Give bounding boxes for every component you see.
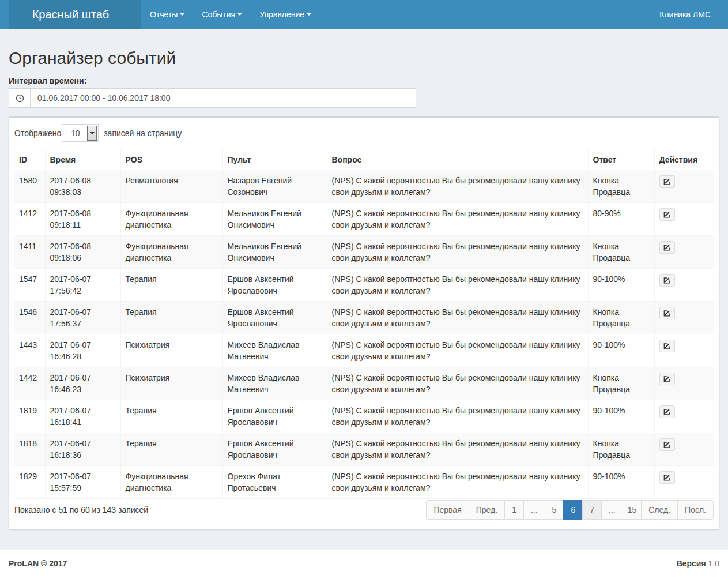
cell-question: (NPS) С какой вероятностью Вы бы рекомен… <box>327 466 588 499</box>
edit-button[interactable] <box>659 471 675 484</box>
table-row: 1412 2017-06-08 09:18:11 Функциональная … <box>14 203 714 236</box>
cell-time: 2017-06-07 16:46:28 <box>45 334 120 367</box>
cell-time: 2017-06-08 09:18:06 <box>45 236 120 269</box>
footer: ProLAN © 2017 Версия 1.0 <box>0 550 728 579</box>
edit-icon <box>663 375 671 383</box>
cell-answer: 90-100% <box>588 269 654 302</box>
pagination-prev[interactable]: Пред. <box>469 500 505 520</box>
cell-device: Михеев Владислав Матвеевич <box>222 367 327 400</box>
cell-id: 1547 <box>14 269 45 302</box>
cell-answer: Кнопка Продавца <box>588 433 654 466</box>
pagination-page-7[interactable]: 7 <box>582 500 602 520</box>
edit-button[interactable] <box>659 438 675 451</box>
cell-device: Ершов Авксентий Ярославович <box>222 302 327 334</box>
pagesize-suffix: записей на страницу <box>104 129 182 138</box>
cell-actions <box>654 269 714 302</box>
cell-id: 1819 <box>14 400 45 433</box>
column-header[interactable]: POS <box>120 149 222 170</box>
cell-time: 2017-06-07 16:18:36 <box>45 433 120 466</box>
cell-answer: 80-90% <box>588 203 654 236</box>
cell-question: (NPS) С какой вероятностью Вы бы рекомен… <box>327 367 588 400</box>
nav-item-management[interactable]: Управление <box>251 0 320 29</box>
cell-pos: Функциональная диагностика <box>120 236 222 269</box>
pagination-page-1[interactable]: 1 <box>504 500 524 520</box>
table-row: 1829 2017-06-07 15:57:59 Функциональная … <box>14 466 714 499</box>
navbar: Красный штаб ОтчетыСобытияУправление Кли… <box>0 0 728 29</box>
cell-id: 1412 <box>14 203 45 236</box>
cell-device: Ершов Авксентий Ярославович <box>222 400 327 433</box>
pagination-last[interactable]: Посл. <box>677 500 714 520</box>
cell-id: 1442 <box>14 367 45 400</box>
pagination-page-6[interactable]: 6 <box>563 500 583 520</box>
cell-id: 1443 <box>14 334 45 367</box>
cell-pos: Ревматология <box>120 170 222 203</box>
pagination-page-15[interactable]: 15 <box>623 500 642 520</box>
cell-pos: Психиатрия <box>120 334 222 367</box>
nav-item-events[interactable]: События <box>193 0 251 29</box>
edit-icon <box>663 178 671 186</box>
column-header[interactable]: ID <box>14 149 45 170</box>
daterange-input-group: 01.06.2017 00:00 - 10.06.2017 18:00 <box>9 88 416 108</box>
pagination-ellipsis-1[interactable]: ... <box>523 500 545 520</box>
cell-question: (NPS) С какой вероятностью Вы бы рекомен… <box>327 433 588 466</box>
cell-actions <box>654 400 714 433</box>
edit-button[interactable] <box>659 241 675 254</box>
brand[interactable]: Красный штаб <box>9 0 141 29</box>
cell-device: Ершов Авксентий Ярославович <box>222 433 327 466</box>
grid-panel: Отображено 10 записей на страницу IDВрем… <box>9 116 719 529</box>
column-header[interactable]: Вопрос <box>327 149 588 170</box>
daterange-input[interactable]: 01.06.2017 00:00 - 10.06.2017 18:00 <box>31 88 416 108</box>
pagination-ellipsis-2[interactable]: ... <box>601 500 623 520</box>
interval-label: Интервал времени: <box>9 76 719 85</box>
cell-question: (NPS) С какой вероятностью Вы бы рекомен… <box>327 302 588 334</box>
cell-actions <box>654 203 714 236</box>
nav-item-reports[interactable]: Отчеты <box>141 0 193 29</box>
edit-button[interactable] <box>659 340 675 352</box>
cell-actions <box>654 302 714 334</box>
footer-brand: ProLAN © 2017 <box>9 559 67 570</box>
cell-answer: 90-100% <box>588 400 654 433</box>
edit-button[interactable] <box>659 208 675 221</box>
column-header[interactable]: Ответ <box>588 149 654 170</box>
table-row: 1546 2017-06-07 17:56:37 Терапия Ершов А… <box>14 302 714 334</box>
edit-icon <box>663 342 671 350</box>
cell-device: Мельников Евгений Онисимович <box>222 236 327 269</box>
table-row: 1411 2017-06-08 09:18:06 Функциональная … <box>14 236 714 269</box>
cell-actions <box>654 170 714 203</box>
pagination-page-5[interactable]: 5 <box>545 500 564 520</box>
edit-button[interactable] <box>659 373 675 385</box>
column-header[interactable]: Действия <box>654 149 714 170</box>
column-header[interactable]: Пульт <box>222 149 327 170</box>
table-row: 1819 2017-06-07 16:18:41 Терапия Ершов А… <box>14 400 714 433</box>
cell-actions <box>654 466 714 499</box>
chevron-down-icon <box>180 13 184 16</box>
edit-button[interactable] <box>659 405 675 418</box>
pagination: ПерваяПред.1...567...15След.Посл. <box>426 500 714 520</box>
cell-answer: Кнопка Продавца <box>588 170 654 203</box>
pagination-next[interactable]: След. <box>641 500 678 520</box>
edit-icon <box>663 309 671 317</box>
cell-answer: 90-100% <box>588 334 654 367</box>
cell-pos: Терапия <box>120 400 222 433</box>
dropdown-arrow-icon[interactable] <box>87 126 97 141</box>
edit-button[interactable] <box>659 274 675 287</box>
edit-icon <box>663 243 671 251</box>
chevron-down-icon <box>307 13 311 16</box>
cell-device: Ершов Авксентий Ярославович <box>222 269 327 302</box>
cell-time: 2017-06-08 09:18:11 <box>45 203 120 236</box>
summary-row: Показано с 51 по 60 из 143 записей Перва… <box>14 500 714 520</box>
cell-answer: 90-100% <box>588 466 654 499</box>
cell-id: 1411 <box>14 236 45 269</box>
column-header[interactable]: Время <box>45 149 120 170</box>
edit-button[interactable] <box>659 307 675 319</box>
cell-pos: Терапия <box>120 433 222 466</box>
pagesize-select[interactable]: 10 <box>62 124 99 142</box>
cell-id: 1546 <box>14 302 45 334</box>
edit-button[interactable] <box>659 175 675 188</box>
pagination-first[interactable]: Первая <box>426 500 469 520</box>
table-row: 1442 2017-06-07 16:46:23 Психиатрия Михе… <box>14 367 714 400</box>
cell-answer: Кнопка Продавца <box>588 302 654 334</box>
cell-time: 2017-06-07 17:56:42 <box>45 269 120 302</box>
cell-time: 2017-06-08 09:38:03 <box>45 170 120 203</box>
cell-pos: Функциональная диагностика <box>120 466 222 499</box>
